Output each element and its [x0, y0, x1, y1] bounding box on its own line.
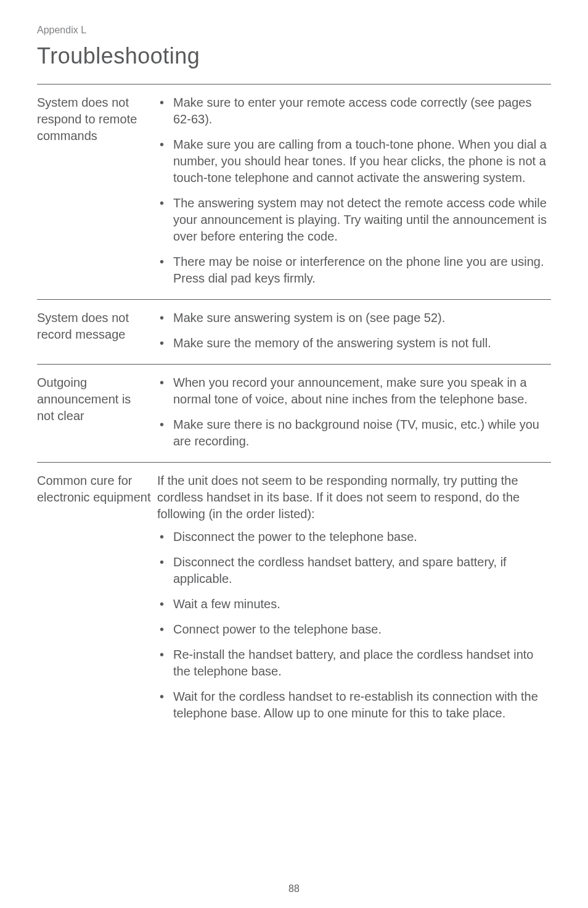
list-item: Wait a few minutes.	[157, 596, 551, 613]
list-item: Make sure you are calling from a touch-t…	[157, 136, 551, 186]
list-item: Make sure answering system is on (see pa…	[157, 310, 551, 326]
section-label: System does not respond to remote comman…	[37, 94, 157, 287]
page-number: 88	[0, 883, 588, 894]
section-label: Outgoing announcement is not clear	[37, 374, 157, 450]
list-item: Connect power to the telephone base.	[157, 621, 551, 638]
section-label: Common cure for electronic equipment	[37, 473, 157, 722]
list-item: There may be noise or interference on th…	[157, 254, 551, 287]
section-content: Make sure to enter your remote access co…	[157, 94, 551, 287]
list-item: Make sure the memory of the answering sy…	[157, 335, 551, 352]
section-label: System does not record message	[37, 310, 157, 352]
section-outgoing: Outgoing announcement is not clear When …	[37, 364, 551, 462]
appendix-label: Appendix L	[37, 25, 551, 36]
section-content: Make sure answering system is on (see pa…	[157, 310, 551, 352]
list-item: Make sure to enter your remote access co…	[157, 94, 551, 128]
section-not-record: System does not record message Make sure…	[37, 299, 551, 364]
section-content: When you record your announcement, make …	[157, 374, 551, 450]
list-item: Re-install the handset battery, and plac…	[157, 646, 551, 680]
list-item: Make sure there is no background noise (…	[157, 416, 551, 450]
section-common-cure: Common cure for electronic equipment If …	[37, 462, 551, 734]
list-item: Disconnect the power to the telephone ba…	[157, 529, 551, 545]
page-title: Troubleshooting	[37, 43, 551, 69]
list-item: The answering system may not detect the …	[157, 195, 551, 245]
section-content: If the unit does not seem to be respondi…	[157, 473, 551, 722]
list-item: Wait for the cordless handset to re-esta…	[157, 688, 551, 722]
list-item: When you record your announcement, make …	[157, 374, 551, 408]
list-item: Disconnect the cordless handset battery,…	[157, 554, 551, 587]
section-remote-commands: System does not respond to remote comman…	[37, 84, 551, 299]
section-intro: If the unit does not seem to be respondi…	[157, 473, 551, 522]
